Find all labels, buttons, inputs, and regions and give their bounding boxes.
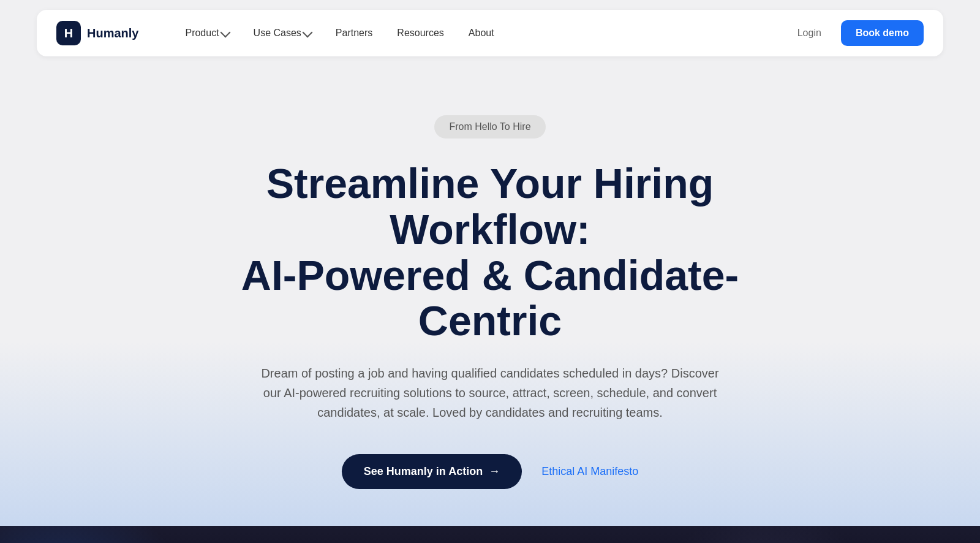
dark-section [0,526,980,543]
nav-right: Login Book demo [788,20,924,46]
hero-section: From Hello To Hire Streamline Your Hirin… [0,66,980,526]
nav-label-partners: Partners [336,28,372,39]
nav-item-partners[interactable]: Partners [326,23,382,44]
hero-badge: From Hello To Hire [434,115,545,139]
cta-secondary-label: Ethical AI Manifesto [541,465,638,477]
nav-item-product[interactable]: Product [175,23,238,44]
chevron-down-icon [302,27,312,37]
hero-title: Streamline Your Hiring Workflow: AI-Powe… [214,161,766,344]
chevron-down-icon [220,27,230,37]
ethical-ai-manifesto-button[interactable]: Ethical AI Manifesto [541,465,638,478]
logo-text: Humanly [87,26,138,40]
login-button[interactable]: Login [788,23,831,44]
arrow-right-icon: → [489,465,500,478]
see-humanly-in-action-button[interactable]: See Humanly in Action → [342,454,522,489]
navbar-wrapper: H Humanly Product Use Cases Partners Res… [0,0,980,66]
nav-item-about[interactable]: About [459,23,504,44]
nav-label-product: Product [185,28,219,39]
nav-item-use-cases[interactable]: Use Cases [244,23,321,44]
cta-primary-label: See Humanly in Action [364,465,483,478]
navbar: H Humanly Product Use Cases Partners Res… [37,10,943,56]
nav-links: Product Use Cases Partners Resources Abo… [175,23,787,44]
nav-label-resources: Resources [397,28,443,39]
nav-label-use-cases: Use Cases [254,28,301,39]
nav-label-about: About [469,28,494,39]
book-demo-button[interactable]: Book demo [841,20,924,46]
hero-actions: See Humanly in Action → Ethical AI Manif… [342,454,638,489]
nav-item-resources[interactable]: Resources [387,23,453,44]
logo-icon: H [56,21,81,45]
hero-subtitle: Dream of posting a job and having qualif… [257,363,723,422]
logo-link[interactable]: H Humanly [56,21,138,45]
